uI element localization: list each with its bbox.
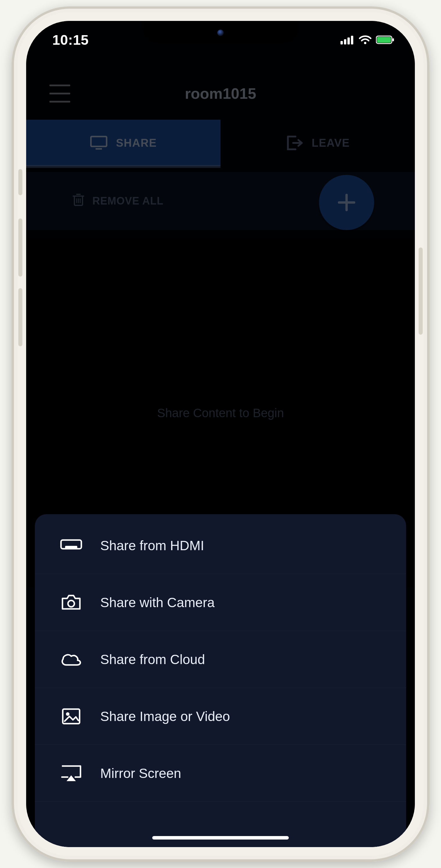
sheet-item-cloud[interactable]: Share from Cloud <box>35 631 406 688</box>
svg-rect-12 <box>65 546 77 549</box>
toolbar-row: REMOVE ALL <box>26 172 415 230</box>
image-icon <box>61 708 81 725</box>
hdmi-icon <box>60 538 83 553</box>
svg-rect-10 <box>392 38 394 41</box>
wifi-icon <box>358 35 372 45</box>
screen-bezel: room1015 SHARE <box>26 21 415 847</box>
notch <box>142 21 299 43</box>
sheet-item-camera[interactable]: Share with Camera <box>35 574 406 631</box>
empty-state-text: Share Content to Begin <box>157 406 284 420</box>
svg-point-7 <box>364 42 366 44</box>
tab-leave[interactable]: LEAVE <box>220 120 415 166</box>
app-header: room1015 <box>26 76 415 111</box>
sheet-item-label: Share from Cloud <box>100 652 205 667</box>
add-content-button[interactable] <box>319 175 374 230</box>
svg-rect-5 <box>347 37 350 44</box>
trash-icon <box>73 193 84 209</box>
svg-rect-3 <box>341 41 343 44</box>
svg-rect-2 <box>74 196 83 206</box>
remove-all-button[interactable]: REMOVE ALL <box>73 193 163 209</box>
sheet-item-hdmi[interactable]: Share from HDMI <box>35 517 406 574</box>
volume-down-button <box>18 288 22 346</box>
tab-row: SHARE LEAVE <box>26 120 415 166</box>
room-title: room1015 <box>26 85 415 102</box>
power-button <box>419 248 423 335</box>
svg-point-13 <box>68 600 74 607</box>
sheet-item-label: Share from HDMI <box>100 538 204 553</box>
tab-share-label: SHARE <box>116 137 157 149</box>
volume-up-button <box>18 218 22 277</box>
share-sheet: Share from HDMI Share with Camera <box>35 514 406 847</box>
phone-frame: room1015 SHARE <box>11 6 430 862</box>
monitor-icon <box>90 135 108 151</box>
leave-icon <box>286 135 304 151</box>
plus-icon <box>335 191 358 214</box>
tab-share[interactable]: SHARE <box>26 120 220 166</box>
ringer-switch <box>18 169 22 195</box>
svg-point-15 <box>66 712 69 716</box>
status-indicators <box>341 35 395 45</box>
front-camera <box>217 30 224 36</box>
svg-rect-4 <box>344 39 346 44</box>
airplay-icon <box>60 764 82 782</box>
menu-button[interactable] <box>50 85 70 102</box>
svg-rect-6 <box>351 36 353 44</box>
home-indicator[interactable] <box>152 836 289 840</box>
sheet-item-image-video[interactable]: Share Image or Video <box>35 688 406 745</box>
camera-icon <box>61 594 82 611</box>
cellular-icon <box>341 35 354 44</box>
cloud-icon <box>60 652 83 667</box>
status-time: 10:15 <box>52 32 89 48</box>
sheet-item-label: Share with Camera <box>100 595 215 610</box>
svg-rect-9 <box>377 37 391 43</box>
remove-all-label: REMOVE ALL <box>92 195 163 207</box>
sheet-item-mirror[interactable]: Mirror Screen <box>35 745 406 802</box>
tab-leave-label: LEAVE <box>312 137 350 149</box>
sheet-item-label: Share Image or Video <box>100 709 230 724</box>
sheet-item-label: Mirror Screen <box>100 766 181 781</box>
battery-icon <box>376 35 395 44</box>
screen: room1015 SHARE <box>26 21 415 847</box>
svg-rect-1 <box>96 148 102 150</box>
svg-rect-0 <box>91 136 106 147</box>
